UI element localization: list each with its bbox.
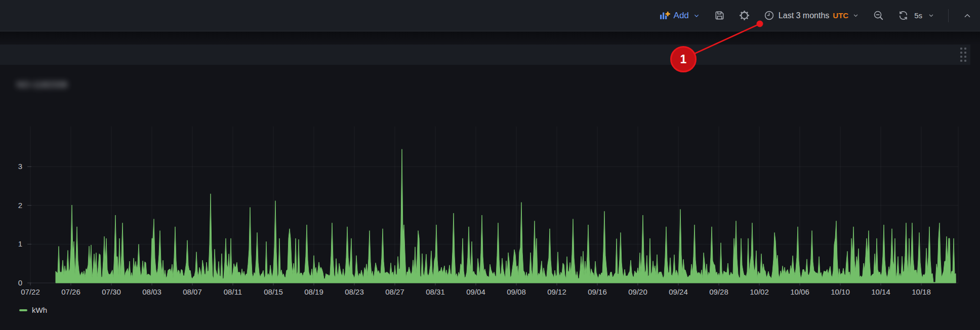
time-range-picker[interactable]: Last 3 months UTC: [763, 10, 860, 21]
dashboard-settings-button[interactable]: [739, 10, 750, 21]
x-axis-tick-label: 10/10: [825, 287, 855, 297]
y-axis-tick-label: 2: [5, 200, 22, 211]
collapse-toolbar-button[interactable]: [962, 10, 973, 21]
gear-icon: [739, 10, 750, 21]
x-axis-tick-label: 09/16: [582, 287, 612, 297]
legend-item-kwh[interactable]: kWh: [19, 306, 47, 314]
chevron-down-icon[interactable]: [927, 12, 935, 19]
x-axis-tick-label: 08/03: [137, 287, 167, 297]
toolbar-divider: [948, 9, 949, 22]
zoom-out-button[interactable]: [873, 10, 884, 21]
y-axis-tick-label: 0: [5, 278, 22, 288]
x-axis-tick-label: 08/15: [258, 287, 289, 297]
chevron-down-icon: [692, 12, 701, 20]
clock-icon: [763, 10, 775, 21]
zoom-out-icon: [873, 10, 884, 21]
x-axis-tick-label: 10/06: [785, 287, 815, 297]
x-axis-tick-label: 09/12: [542, 287, 572, 297]
time-range-label: Last 3 months: [779, 11, 830, 20]
x-axis-tick-label: 07/26: [56, 287, 86, 297]
grafana-dashboard: Add: [0, 0, 980, 330]
x-axis-tick-label: 07/30: [96, 287, 127, 297]
dashboard-toolbar: Add: [0, 0, 980, 31]
refresh-button[interactable]: [897, 10, 909, 21]
kwh-area-series: [56, 149, 956, 283]
x-axis-tick-label: 08/23: [339, 287, 370, 297]
y-axis-tick-label: 1: [5, 239, 22, 249]
chevron-down-icon: [852, 12, 860, 19]
add-panel-label: Add: [674, 11, 689, 21]
refresh-controls: 5s: [897, 10, 935, 21]
x-axis-tick-label: 09/04: [461, 287, 491, 297]
save-dashboard-button[interactable]: [714, 10, 725, 21]
x-axis-tick-label: 10/02: [744, 287, 774, 297]
x-axis-tick-label: 08/31: [420, 287, 451, 297]
legend-swatch: [19, 309, 27, 311]
x-axis-tick-label: 10/14: [866, 287, 896, 297]
add-panel-button[interactable]: Add: [659, 10, 701, 21]
timezone-label: UTC: [833, 11, 848, 20]
refresh-interval-value[interactable]: 5s: [914, 11, 922, 20]
x-axis-tick-label: 10/18: [906, 287, 936, 297]
x-axis-tick-label: 08/11: [218, 287, 248, 297]
save-icon: [714, 10, 725, 21]
add-panel-icon: [659, 10, 670, 21]
legend-label: kWh: [32, 306, 47, 314]
x-axis-tick-label: 08/19: [299, 287, 329, 297]
x-axis-tick-label: 09/24: [663, 287, 693, 297]
chevron-up-icon: [962, 10, 973, 21]
x-axis-tick-label: 08/07: [177, 287, 208, 297]
y-axis-tick-label: 3: [5, 161, 22, 172]
x-axis-tick-label: 09/20: [623, 287, 653, 297]
x-axis-tick-label: 09/08: [501, 287, 532, 297]
x-axis-tick-label: 07/22: [15, 287, 46, 297]
kwh-time-series-chart[interactable]: [0, 0, 980, 330]
x-axis-tick-label: 09/28: [704, 287, 734, 297]
x-axis-tick-label: 08/27: [380, 287, 410, 297]
